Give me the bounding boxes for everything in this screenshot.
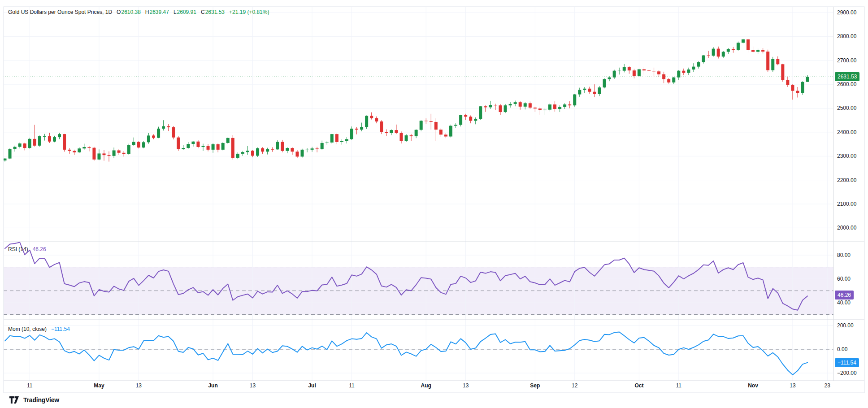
rsi-value-label: 46.26 — [835, 291, 854, 299]
ohlc-close-label: C — [201, 9, 205, 15]
momentum-value: −111.54 — [51, 326, 70, 332]
ohlc-close-value: 2631.53 — [205, 9, 225, 15]
ohlc-high-value: 2639.47 — [150, 9, 169, 15]
rsi-label[interactable]: RSI (14) — [8, 246, 28, 252]
tradingview-attribution[interactable]: TradingView — [9, 396, 59, 404]
tradingview-wordmark: TradingView — [23, 396, 59, 404]
momentum-value-label: −111.54 — [835, 358, 859, 367]
ohlc-open-label: O — [117, 9, 121, 15]
rsi-value: 46.26 — [33, 246, 46, 252]
rsi-legend[interactable]: RSI (14)46.26 — [8, 246, 46, 253]
momentum-label[interactable]: Mom (10, close) — [8, 326, 47, 332]
momentum-legend[interactable]: Mom (10, close)−111.54 — [8, 326, 70, 333]
chart-page: 2900.002800.002700.002600.002500.002400.… — [0, 0, 868, 408]
chart-canvas[interactable] — [0, 0, 868, 408]
symbol-legend[interactable]: Gold US Dollars per Ounce Spot Prices, 1… — [8, 9, 269, 16]
last-price-label: 2631.53 — [835, 72, 859, 81]
ohlc-high-label: H — [145, 9, 149, 15]
tradingview-logo-icon — [9, 396, 20, 404]
price-change: +21.19 (+0.81%) — [229, 9, 269, 15]
symbol-title[interactable]: Gold US Dollars per Ounce Spot Prices, 1… — [8, 9, 112, 15]
ohlc-low-label: L — [174, 9, 177, 15]
ohlc-low-value: 2609.91 — [177, 9, 196, 15]
ohlc-open-value: 2610.38 — [121, 9, 140, 15]
